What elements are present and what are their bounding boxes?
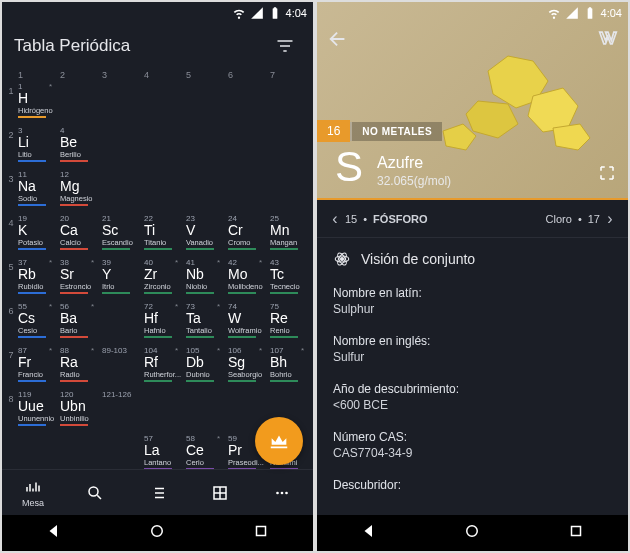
svg-point-11: [467, 526, 478, 537]
element-cell[interactable]: 58*CeCerio: [184, 432, 226, 469]
period-number: 5: [6, 256, 16, 272]
nav-grid[interactable]: [189, 470, 251, 515]
android-recents[interactable]: [567, 522, 585, 544]
period-number: 7: [6, 344, 16, 360]
column-number: 5: [186, 70, 228, 80]
svg-point-4: [285, 491, 288, 494]
column-number: 7: [270, 70, 312, 80]
nav-mesa[interactable]: Mesa: [2, 470, 64, 515]
element-cell[interactable]: 119UueUnunennio: [16, 388, 58, 430]
property-key: Año de descubrimiento:: [333, 382, 612, 396]
element-cell: [16, 432, 58, 438]
prev-element[interactable]: 15 • FÓSFORO: [345, 213, 473, 225]
wikipedia-button[interactable]: [598, 28, 618, 52]
element-cell[interactable]: 74WWolframio: [226, 300, 268, 342]
element-mass: 32.065(g/mol): [377, 174, 451, 188]
app-header: Tabla Periódica: [2, 24, 313, 68]
element-hero: 4:04 16 NO METALES S Azufre 32.065(g/mol…: [317, 2, 628, 198]
property-value: Sulfur: [333, 350, 612, 364]
next-element-button[interactable]: ›: [600, 210, 620, 228]
element-cell[interactable]: 104*RfRutherfor...: [142, 344, 184, 386]
element-cell[interactable]: 88*RaRadio: [58, 344, 100, 386]
element-cell[interactable]: 12MgMagnesio: [58, 168, 100, 210]
property-key: Número CAS:: [333, 430, 612, 444]
element-cell[interactable]: 72*HfHafnio: [142, 300, 184, 342]
property-value: CAS7704-34-9: [333, 446, 612, 460]
period-number: 8: [6, 388, 16, 404]
prev-element-button[interactable]: ‹: [325, 210, 345, 228]
crown-fab[interactable]: [255, 417, 303, 465]
element-cell[interactable]: 73*TaTantalio: [184, 300, 226, 342]
period-number: 1: [6, 80, 16, 96]
element-cell[interactable]: 120UbnUnbinilio: [58, 388, 100, 430]
category-label: NO METALES: [350, 122, 442, 141]
status-bar: 4:04: [317, 2, 628, 24]
period-number: 3: [6, 168, 16, 184]
period-row: 23LiLitio4BeBerilio: [6, 124, 313, 166]
element-cell[interactable]: 11NaSodio: [16, 168, 58, 210]
element-header: S Azufre 32.065(g/mol): [335, 146, 451, 188]
element-cell[interactable]: 39YItrio: [100, 256, 142, 298]
element-cell[interactable]: 25MnMangan: [268, 212, 310, 254]
element-cell[interactable]: 87*FrFrancio: [16, 344, 58, 386]
element-cell[interactable]: 37*RbRubidio: [16, 256, 58, 298]
period-row: 537*RbRubidio38*SrEstroncio39YItrio40*Zr…: [6, 256, 313, 298]
property-row: Nombre en latín:Sulphur: [317, 280, 628, 328]
property-key: Nombre en latín:: [333, 286, 612, 300]
element-cell[interactable]: 38*SrEstroncio: [58, 256, 100, 298]
svg-point-5: [152, 526, 163, 537]
property-row: Año de descubrimiento:<600 BCE: [317, 376, 628, 424]
periodic-table[interactable]: 11*HHidrógeno23LiLitio4BeBerilio311NaSod…: [2, 80, 313, 469]
android-recents[interactable]: [252, 522, 270, 544]
column-number: 6: [228, 70, 270, 80]
back-button[interactable]: [327, 28, 349, 54]
android-nav: [2, 515, 313, 551]
element-cell[interactable]: 42*MoMolibdeno: [226, 256, 268, 298]
element-cell[interactable]: 105*DbDubnio: [184, 344, 226, 386]
android-home[interactable]: [463, 522, 481, 544]
period-row: 655*CsCesio56*BaBario72*HfHafnio73*TaTan…: [6, 300, 313, 342]
svg-point-3: [281, 491, 284, 494]
svg-point-2: [276, 491, 279, 494]
element-cell[interactable]: 41*NbNiobio: [184, 256, 226, 298]
android-home[interactable]: [148, 522, 166, 544]
element-cell[interactable]: 22TiTitanio: [142, 212, 184, 254]
filter-button[interactable]: [269, 30, 301, 62]
nav-more[interactable]: [251, 470, 313, 515]
status-bar: 4:04: [2, 2, 313, 24]
element-cell[interactable]: 43TcTecnecio: [268, 256, 310, 298]
element-cell[interactable]: 1*HHidrógeno: [16, 80, 58, 122]
property-value: Sulphur: [333, 302, 612, 316]
element-cell[interactable]: 57LaLantano: [142, 432, 184, 469]
element-cell[interactable]: 21ScEscandio: [100, 212, 142, 254]
element-cell[interactable]: 75ReRenio: [268, 300, 310, 342]
nav-search[interactable]: [64, 470, 126, 515]
element-cell[interactable]: 106*SgSeaborgio: [226, 344, 268, 386]
element-cell[interactable]: 107*BhBohrio: [268, 344, 310, 386]
signal-icon: [250, 6, 264, 20]
next-element[interactable]: Cloro • 17: [473, 213, 601, 225]
element-cell[interactable]: 55*CsCesio: [16, 300, 58, 342]
svg-point-0: [89, 487, 98, 496]
element-cell[interactable]: 4BeBerilio: [58, 124, 100, 166]
overview-list: Nombre en latín:SulphurNombre en inglés:…: [317, 280, 628, 506]
element-cell[interactable]: 20CaCalcio: [58, 212, 100, 254]
nav-list[interactable]: [126, 470, 188, 515]
element-cell[interactable]: 23VVanadio: [184, 212, 226, 254]
atomic-number-badge: 16: [317, 120, 350, 142]
element-cell[interactable]: 40*ZrZirconio: [142, 256, 184, 298]
element-cell[interactable]: 56*BaBario: [58, 300, 100, 342]
nav-mesa-label: Mesa: [22, 498, 44, 508]
element-cell[interactable]: 19KPotasio: [16, 212, 58, 254]
element-cell[interactable]: 3LiLitio: [16, 124, 58, 166]
element-cell: 89-103: [100, 344, 142, 359]
android-back[interactable]: [45, 522, 63, 544]
atom-icon: [333, 250, 351, 268]
signal-icon: [565, 6, 579, 20]
expand-button[interactable]: [598, 164, 616, 186]
android-back[interactable]: [360, 522, 378, 544]
column-number: 3: [102, 70, 144, 80]
element-cell[interactable]: 24CrCromo: [226, 212, 268, 254]
element-cell: [58, 432, 100, 438]
category-badge: 16 NO METALES: [317, 120, 442, 142]
